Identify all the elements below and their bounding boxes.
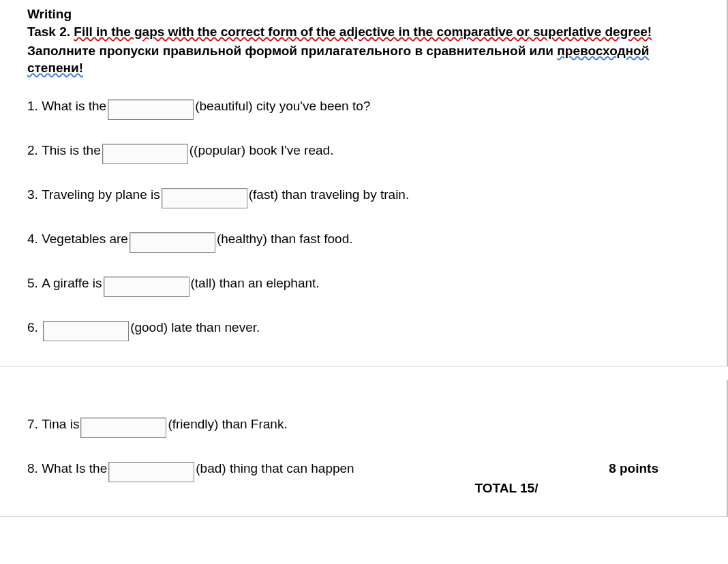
gap-input[interactable] xyxy=(102,144,188,164)
gap-input[interactable] xyxy=(104,277,189,297)
question-before: Vegetables are xyxy=(42,229,128,249)
question-before: A giraffe is xyxy=(42,273,102,294)
gap-input[interactable] xyxy=(43,321,129,341)
question-before: What Is the xyxy=(42,458,107,479)
question-row-with-points: 8. What Is the (bad) thing that can happ… xyxy=(27,458,699,480)
task-instruction-en: Task 2. Fill in the gaps with the correc… xyxy=(27,23,699,41)
question-after: (healthy) than fast food. xyxy=(217,229,353,249)
total-label: TOTAL 15/ xyxy=(27,481,699,496)
question-number: 5. xyxy=(27,273,38,294)
task-text-en: Fill in the gaps with the correct form o… xyxy=(74,25,652,39)
question-after: (tall) than an elephant. xyxy=(191,273,320,294)
question-number: 4. xyxy=(27,229,38,249)
gap-input[interactable] xyxy=(108,462,194,482)
question-number: 3. xyxy=(27,185,38,205)
question-after: (good) late than never. xyxy=(130,317,260,338)
question-row: 2. This is the ((popular) book I've read… xyxy=(27,140,699,161)
question-row: 3. Traveling by plane is (fast) than tra… xyxy=(27,185,699,206)
question-number: 2. xyxy=(27,140,38,161)
question-after: (fast) than traveling by train. xyxy=(249,185,410,205)
question-number: 6. xyxy=(27,317,38,338)
question-before: This is the xyxy=(42,140,101,161)
question-after: (bad) thing that can happen xyxy=(196,458,354,479)
question-after: ((popular) book I've read. xyxy=(189,140,334,161)
question-after: (beautiful) city you've been to? xyxy=(195,96,370,116)
question-before: Tina is xyxy=(42,414,79,435)
gap-input[interactable] xyxy=(108,99,194,120)
points-label: 8 points xyxy=(609,461,699,476)
task-prefix: Task 2. xyxy=(27,25,74,39)
question-row: 5. A giraffe is (tall) than an elephant. xyxy=(27,273,699,294)
worksheet-page-2: 7. Tina is (friendly) than Frank. 8. Wha… xyxy=(0,380,728,517)
question-row: 7. Tina is (friendly) than Frank. xyxy=(27,414,699,435)
gap-input[interactable] xyxy=(80,418,166,438)
question-row: 4. Vegetables are (healthy) than fast fo… xyxy=(27,229,699,250)
worksheet-page-1: Writing Task 2. Fill in the gaps with th… xyxy=(0,0,728,366)
question-number: 7. xyxy=(27,414,38,435)
question-row: 8. What Is the (bad) thing that can happ… xyxy=(27,458,354,480)
gap-input[interactable] xyxy=(130,232,215,253)
question-before: What is the xyxy=(42,96,106,116)
task-instruction-ru: Заполните пропуски правильной формой при… xyxy=(27,42,699,77)
ru-text-1: Заполните пропуски правильной формой при… xyxy=(27,44,557,58)
question-after: (friendly) than Frank. xyxy=(168,414,287,435)
question-row: 6. (good) late than never. xyxy=(27,317,699,339)
section-title: Writing xyxy=(27,7,699,22)
page-separator xyxy=(0,366,728,380)
question-row: 1. What is the (beautiful) city you've b… xyxy=(27,96,699,117)
question-number: 8. xyxy=(27,458,38,479)
gap-input[interactable] xyxy=(162,188,247,208)
question-before: Traveling by plane is xyxy=(42,185,160,205)
question-number: 1. xyxy=(27,96,38,116)
